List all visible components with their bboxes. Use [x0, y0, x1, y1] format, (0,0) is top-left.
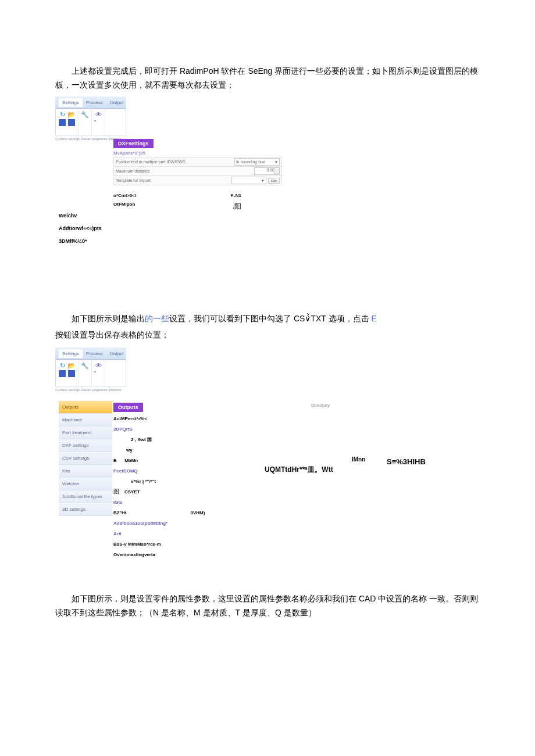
save-icon[interactable] — [58, 119, 66, 127]
sidebar-item-machines[interactable]: Machines — [59, 414, 112, 427]
misc-text: OtFMipon — [113, 202, 135, 212]
outputs-pane: Outputs ActMPer<t*r%< 2DPQrtS 2，9wt 国 wy… — [113, 401, 468, 560]
eye-icon[interactable]: 👁 — [94, 361, 102, 370]
misc-label: AddtIorwf«<«)pts — [59, 225, 102, 231]
out-text: B2"Ht — [113, 510, 126, 515]
ribbon: ↻ 📂 🔧 👁▾ — [55, 109, 126, 135]
out-text: v*%r | *"/*"t — [131, 479, 156, 484]
sidebar-item-outputs[interactable]: Outputs — [59, 401, 112, 414]
misc-text: o*CmI>0<! — [113, 193, 137, 198]
titlebar: Settings Process Output — [55, 347, 126, 360]
dxf-header: DXFsettings — [113, 139, 154, 148]
sidebar: Outputs Machines Part treatment DXF sett… — [59, 401, 112, 516]
big-text: IMnn — [352, 456, 365, 463]
back-icon[interactable]: ↻ — [58, 110, 66, 119]
open-icon[interactable]: 📂 — [67, 361, 76, 370]
outputs-header: Outputs — [113, 403, 143, 412]
dxf-subtitle: MvApans*0"]95 — [113, 151, 282, 156]
out-label: IGts — [113, 500, 123, 505]
out-text: Ovxntmaslingverla — [113, 552, 155, 557]
save-as-icon[interactable] — [67, 370, 76, 378]
edit-button[interactable]: Edit — [268, 178, 280, 184]
out-text: B — [113, 458, 117, 463]
titlebar: Settings Process Output — [55, 96, 126, 109]
sidebar-item-3d[interactable]: 3D settings — [59, 503, 112, 516]
paragraph-1: 上述都设置完成后，即可打开 RadimPoH 软件在 SeEng 界面进行一些必… — [55, 64, 480, 92]
ribbon: ↻ 📂 🔧 👁▾ — [55, 360, 126, 386]
misc-label: 3DMfl%¼0* — [59, 238, 87, 244]
paragraph-2: 如下图所示则是输出的一些设置，我们可以看到下图中勾选了 CS∨̀̀TXT 选项，… — [55, 311, 480, 325]
save-as-icon[interactable] — [67, 119, 76, 127]
sidebar-item-csv[interactable]: CSV settings — [59, 452, 112, 465]
paragraph-4: 如下图所示，则是设置零件的属性参数，这里设置的属性参数名称必须和我们在 CAD … — [55, 592, 480, 619]
save-icon[interactable] — [58, 370, 66, 378]
tab-settings[interactable]: Settings — [59, 349, 83, 358]
sidebar-item-dxf[interactable]: DXF settings — [59, 439, 112, 452]
tab-output[interactable]: Output — [106, 98, 127, 107]
tab-settings[interactable]: Settings — [59, 98, 83, 107]
out-text: ActMPer<t*r%< — [113, 416, 147, 421]
form-row-template: Template for import ▼ Edit — [113, 175, 282, 185]
form-row-position: Position text in multiple part IDW/DWG i… — [113, 157, 282, 167]
wrench-icon[interactable]: 🔧 — [81, 110, 89, 119]
out-label: 2DPQrtS — [113, 427, 133, 432]
misc-text: .阳 — [233, 202, 241, 212]
misc-text: ▼.N1 — [230, 193, 241, 198]
sidebar-item-watcher[interactable]: Watcher — [59, 478, 112, 490]
screenshot-2: Settings Process Output ↻ 📂 🔧 👁▾ Current… — [55, 347, 480, 528]
out-text: CSYET — [124, 489, 140, 495]
template-select[interactable]: ▼ — [231, 177, 266, 184]
tab-process[interactable]: Process — [83, 349, 106, 358]
out-text: 2，9wt 国 — [131, 437, 152, 442]
big-text: S≡%3HIHB — [387, 457, 426, 466]
out-text: 0VHM) — [190, 510, 205, 515]
out-label: PectBOMQ — [113, 468, 138, 474]
tab-process[interactable]: Process — [83, 98, 106, 107]
sidebar-item-kits[interactable]: Kits — [59, 465, 112, 478]
ribbon-footer: Current settings Radan properties Watche… — [55, 388, 126, 392]
wrench-icon[interactable]: 🔧 — [81, 361, 89, 370]
back-icon[interactable]: ↻ — [58, 361, 66, 370]
out-label: Additiona1outputMtting* — [113, 521, 167, 526]
out-text: 图 — [113, 488, 119, 495]
eye-icon[interactable]: 👁 — [94, 110, 102, 119]
position-select[interactable]: in bounding box▼ — [234, 158, 280, 166]
out-label: ArtI — [113, 531, 122, 536]
out-text: B0S-v MimMso*rce-m — [113, 542, 161, 547]
tab-output[interactable]: Output — [106, 349, 127, 358]
open-icon[interactable]: 📂 — [67, 110, 76, 119]
paragraph-3: 按钮设置导出保存表格的位置； — [55, 328, 480, 342]
misc-label: Weichv — [59, 213, 77, 218]
sidebar-item-aft[interactable]: Additional file types — [59, 490, 112, 503]
form-row-distance: Maximum distance 0.00 — [113, 166, 282, 176]
screenshot-1: Settings Process Output ↻ 📂 🔧 👁▾ Current… — [55, 96, 480, 259]
sidebar-item-part[interactable]: Part treatment — [59, 427, 112, 439]
distance-spinner[interactable]: 0.00 — [254, 167, 280, 175]
out-text: MbMn — [124, 458, 138, 463]
out-text: wy — [126, 447, 133, 453]
big-text: UQMTtdHr**ᵃ皿。Wtt — [265, 465, 333, 475]
